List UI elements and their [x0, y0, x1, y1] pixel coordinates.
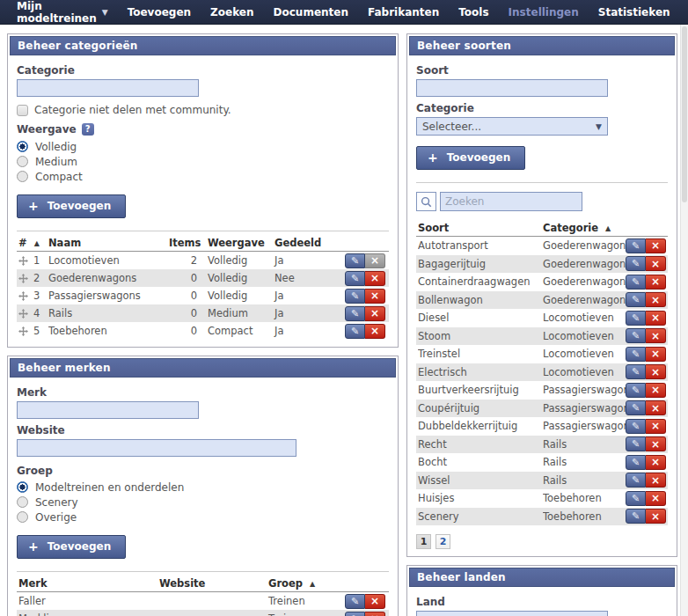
- nav-item-documenten[interactable]: Documenten: [264, 0, 358, 25]
- edit-button[interactable]: ✎: [626, 383, 646, 398]
- radio-groep-modeltreinen-en-onderdelen[interactable]: Modeltreinen en onderdelen: [17, 480, 389, 495]
- nav-item-label: Instellingen: [509, 6, 579, 18]
- edit-button[interactable]: ✎: [345, 612, 365, 616]
- categories-table: # ▲ Naam Items Weergave Gedeeld 1Locomot…: [17, 235, 389, 340]
- delete-button[interactable]: ×: [365, 306, 385, 321]
- edit-button[interactable]: ✎: [626, 292, 646, 307]
- delete-button[interactable]: ×: [646, 238, 666, 253]
- col-gedeeld[interactable]: Gedeeld: [274, 237, 345, 249]
- types-add-button[interactable]: + Toevoegen: [416, 146, 525, 170]
- delete-button[interactable]: ×: [646, 364, 666, 379]
- col-soort[interactable]: Soort: [418, 222, 543, 234]
- col-num[interactable]: #: [18, 237, 27, 249]
- delete-button[interactable]: ×: [646, 311, 666, 326]
- delete-button[interactable]: ×: [646, 419, 666, 434]
- edit-button[interactable]: ✎: [626, 455, 646, 470]
- edit-button[interactable]: ✎: [626, 473, 646, 488]
- edit-button[interactable]: ✎: [626, 509, 646, 524]
- edit-button[interactable]: ✎: [626, 400, 646, 415]
- edit-button[interactable]: ✎: [626, 256, 646, 271]
- radio-weergave-medium[interactable]: Medium: [17, 154, 389, 169]
- page-button-2[interactable]: 2: [435, 534, 450, 549]
- country-input[interactable]: [416, 611, 608, 616]
- category-input[interactable]: [17, 79, 199, 97]
- move-handle-icon[interactable]: [18, 256, 33, 266]
- type-input[interactable]: [416, 79, 608, 97]
- edit-button[interactable]: ✎: [345, 324, 365, 339]
- delete-button[interactable]: ×: [646, 400, 666, 415]
- edit-button[interactable]: ✎: [345, 289, 365, 304]
- edit-button[interactable]: ✎: [626, 347, 646, 362]
- delete-button[interactable]: ×: [646, 347, 666, 362]
- edit-button[interactable]: ✎: [345, 594, 365, 609]
- delete-button[interactable]: ×: [365, 612, 385, 616]
- col-weergave[interactable]: Weergave: [202, 237, 274, 249]
- delete-button[interactable]: ×: [646, 328, 666, 343]
- move-handle-icon[interactable]: [18, 309, 33, 319]
- col-website[interactable]: Website: [159, 577, 268, 590]
- row-actions: ✎×: [626, 256, 666, 271]
- radio-weergave-compact[interactable]: Compact: [17, 169, 389, 184]
- col-categorie[interactable]: Categorie: [543, 222, 598, 234]
- col-naam[interactable]: Naam: [48, 237, 169, 249]
- delete-button[interactable]: ×: [646, 491, 666, 506]
- radio-groep-scenery[interactable]: Scenery: [17, 495, 389, 510]
- nav-item-mijn-modeltreinen[interactable]: Mijn modeltreinen▼: [7, 0, 118, 25]
- share-community-checkbox[interactable]: [17, 105, 28, 116]
- category-select-value: Selecteer...: [422, 121, 481, 133]
- row-actions: ✎×: [626, 473, 666, 488]
- nav-item-statistieken[interactable]: Statistieken: [589, 0, 680, 25]
- radio-groep-overige[interactable]: Overige: [17, 510, 389, 524]
- radio-weergave-volledig[interactable]: Volledig: [17, 139, 389, 154]
- delete-button[interactable]: ×: [646, 292, 666, 307]
- edit-button[interactable]: ✎: [626, 311, 646, 326]
- delete-button[interactable]: ×: [646, 383, 666, 398]
- website-input[interactable]: [17, 439, 296, 457]
- move-handle-icon[interactable]: [18, 291, 33, 301]
- edit-button[interactable]: ✎: [345, 253, 365, 268]
- col-merk[interactable]: Merk: [18, 577, 159, 590]
- delete-button[interactable]: ×: [365, 289, 385, 304]
- delete-button[interactable]: ×: [646, 275, 666, 290]
- delete-button[interactable]: ×: [646, 436, 666, 451]
- page-button-1[interactable]: 1: [416, 534, 431, 549]
- delete-button[interactable]: ×: [646, 256, 666, 271]
- search-input[interactable]: [440, 192, 582, 211]
- edit-button[interactable]: ✎: [626, 238, 646, 253]
- edit-button[interactable]: ✎: [626, 275, 646, 290]
- edit-button[interactable]: ✎: [345, 306, 365, 321]
- delete-button[interactable]: ×: [365, 271, 385, 286]
- help-icon[interactable]: ?: [82, 123, 94, 136]
- delete-button[interactable]: ×: [365, 594, 385, 609]
- edit-button[interactable]: ✎: [626, 436, 646, 451]
- edit-button[interactable]: ✎: [626, 328, 646, 343]
- brand-input[interactable]: [17, 401, 199, 419]
- col-items[interactable]: Items: [169, 237, 202, 249]
- nav-item-tools[interactable]: Tools: [449, 0, 498, 25]
- nav-item-fabrikanten[interactable]: Fabrikanten: [358, 0, 449, 25]
- category-select[interactable]: Selecteer... ▼: [416, 117, 608, 136]
- edit-button[interactable]: ✎: [626, 491, 646, 506]
- edit-button[interactable]: ✎: [626, 419, 646, 434]
- nav-item-zoeken[interactable]: Zoeken: [201, 0, 263, 25]
- nav-item-toevoegen[interactable]: Toevoegen: [118, 0, 201, 25]
- vertical-scrollbar[interactable]: [680, 25, 688, 616]
- table-row: FallerTreinen✎×: [17, 592, 389, 610]
- edit-button[interactable]: ✎: [626, 364, 646, 379]
- delete-button[interactable]: ×: [365, 324, 385, 339]
- move-handle-icon[interactable]: [18, 326, 33, 336]
- scrollbar-thumb[interactable]: [682, 26, 687, 202]
- delete-button[interactable]: ×: [646, 509, 666, 524]
- nav-item-instellingen[interactable]: Instellingen: [499, 0, 589, 25]
- row-actions: ✎×: [626, 292, 666, 307]
- brands-add-button[interactable]: + Toevoegen: [17, 535, 126, 559]
- delete-button[interactable]: ×: [646, 455, 666, 470]
- delete-button[interactable]: ×: [646, 473, 666, 488]
- nav-item-contact[interactable]: Contact: [680, 0, 688, 25]
- share-community-label: Categorie niet delen met community.: [34, 104, 231, 116]
- col-groep[interactable]: Groep: [268, 577, 303, 590]
- edit-button[interactable]: ✎: [345, 271, 365, 286]
- categories-add-button[interactable]: + Toevoegen: [17, 194, 126, 218]
- move-handle-icon[interactable]: [18, 274, 33, 283]
- delete-button[interactable]: ×: [365, 253, 385, 268]
